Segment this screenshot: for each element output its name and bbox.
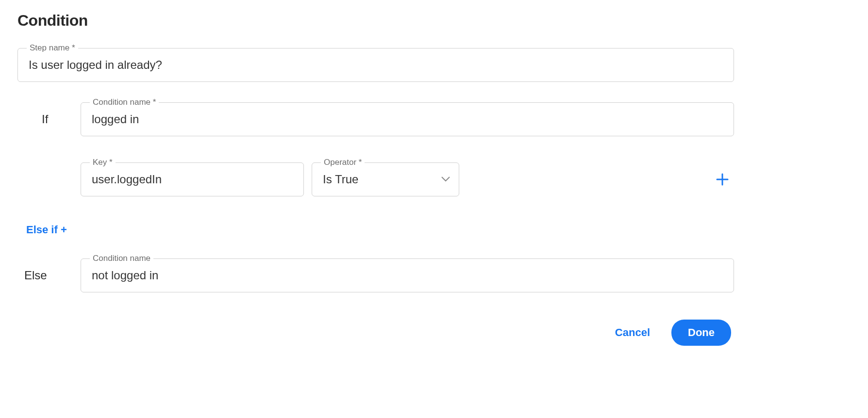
chevron-down-icon [441,177,450,182]
key-field[interactable]: Key * [81,162,304,196]
cancel-button[interactable]: Cancel [609,322,656,343]
operator-field[interactable]: Operator * Is True [312,162,459,196]
page-title: Condition [17,12,734,30]
condition-editor: Condition Step name * If Condition name … [0,0,751,346]
add-else-if-button[interactable]: Else if + [26,224,67,236]
key-input[interactable] [81,163,303,196]
else-condition-name-field[interactable]: Condition name [81,258,734,292]
else-condition-name-label: Condition name [90,254,153,262]
else-condition-name-input[interactable] [81,259,734,292]
else-label: Else [17,269,81,282]
key-label: Key * [90,158,116,166]
if-label: If [17,113,81,126]
add-rule-button[interactable] [711,168,734,191]
else-block: Else Condition name [17,258,734,292]
done-button[interactable]: Done [671,320,731,346]
if-condition-name-label: Condition name * [90,98,159,106]
step-name-label: Step name * [27,44,78,52]
plus-icon [716,173,729,186]
step-name-field[interactable]: Step name * [17,48,734,82]
operator-select[interactable]: Is True [312,163,459,196]
if-condition-name-input[interactable] [81,103,734,136]
operator-value: Is True [323,173,358,186]
if-block: If Condition name * Key * Operator * Is … [17,102,734,196]
step-name-input[interactable] [18,48,734,81]
if-condition-name-field[interactable]: Condition name * [81,102,734,136]
footer-actions: Cancel Done [17,320,734,346]
if-rule-row: Key * Operator * Is True [81,162,734,196]
operator-label: Operator * [321,158,365,166]
